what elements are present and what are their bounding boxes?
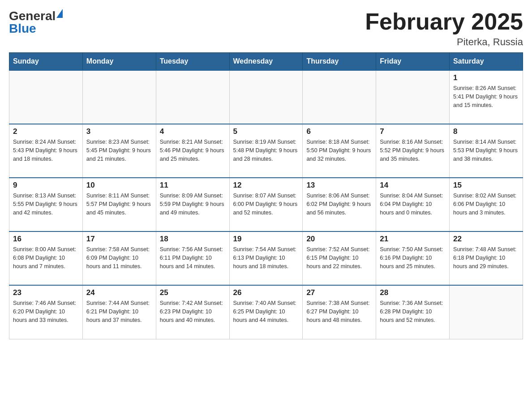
- day-number: 6: [306, 127, 372, 136]
- calendar-week-4: 16Sunrise: 8:00 AM Sunset: 6:08 PM Dayli…: [9, 231, 523, 285]
- calendar-cell: 14Sunrise: 8:04 AM Sunset: 6:04 PM Dayli…: [376, 178, 450, 231]
- day-number: 16: [13, 235, 79, 244]
- month-title: February 2025: [365, 9, 523, 34]
- day-info: Sunrise: 8:19 AM Sunset: 5:48 PM Dayligh…: [233, 138, 299, 163]
- calendar-cell: 15Sunrise: 8:02 AM Sunset: 6:06 PM Dayli…: [450, 178, 523, 231]
- day-number: 12: [233, 181, 299, 190]
- calendar-cell: 23Sunrise: 7:46 AM Sunset: 6:20 PM Dayli…: [9, 285, 83, 339]
- calendar-cell: [156, 70, 229, 124]
- day-number: 4: [160, 127, 226, 136]
- day-info: Sunrise: 8:02 AM Sunset: 6:06 PM Dayligh…: [453, 192, 519, 217]
- day-info: Sunrise: 8:13 AM Sunset: 5:55 PM Dayligh…: [13, 192, 79, 217]
- day-number: 21: [380, 235, 446, 244]
- calendar-cell: 3Sunrise: 8:23 AM Sunset: 5:45 PM Daylig…: [82, 124, 156, 178]
- calendar-cell: 19Sunrise: 7:54 AM Sunset: 6:13 PM Dayli…: [229, 231, 303, 285]
- calendar-cell: [229, 70, 303, 124]
- day-info: Sunrise: 8:00 AM Sunset: 6:08 PM Dayligh…: [13, 245, 79, 270]
- day-info: Sunrise: 8:16 AM Sunset: 5:52 PM Dayligh…: [380, 138, 446, 163]
- day-number: 25: [160, 288, 226, 297]
- calendar-body: 1Sunrise: 8:26 AM Sunset: 5:41 PM Daylig…: [9, 70, 523, 339]
- day-number: 14: [380, 181, 446, 190]
- calendar-cell: 12Sunrise: 8:07 AM Sunset: 6:00 PM Dayli…: [229, 178, 303, 231]
- calendar-header: SundayMondayTuesdayWednesdayThursdayFrid…: [9, 53, 523, 71]
- calendar-cell: [450, 285, 523, 339]
- day-number: 15: [453, 181, 519, 190]
- title-section: February 2025 Piterka, Russia: [365, 9, 523, 48]
- day-info: Sunrise: 7:54 AM Sunset: 6:13 PM Dayligh…: [233, 245, 299, 270]
- page-header: General Blue February 2025 Piterka, Russ…: [9, 9, 523, 48]
- calendar-cell: 27Sunrise: 7:38 AM Sunset: 6:27 PM Dayli…: [303, 285, 376, 339]
- day-info: Sunrise: 8:14 AM Sunset: 5:53 PM Dayligh…: [453, 138, 519, 163]
- calendar-cell: 24Sunrise: 7:44 AM Sunset: 6:21 PM Dayli…: [82, 285, 156, 339]
- calendar-cell: 18Sunrise: 7:56 AM Sunset: 6:11 PM Dayli…: [156, 231, 229, 285]
- day-number: 13: [306, 181, 372, 190]
- day-info: Sunrise: 8:07 AM Sunset: 6:00 PM Dayligh…: [233, 192, 299, 217]
- day-number: 19: [233, 235, 299, 244]
- calendar-cell: [82, 70, 156, 124]
- day-number: 10: [86, 181, 152, 190]
- day-number: 8: [453, 127, 519, 136]
- day-number: 1: [453, 73, 519, 82]
- calendar-cell: 5Sunrise: 8:19 AM Sunset: 5:48 PM Daylig…: [229, 124, 303, 178]
- day-number: 22: [453, 235, 519, 244]
- day-number: 28: [380, 288, 446, 297]
- logo: General Blue: [9, 9, 63, 36]
- calendar-cell: [303, 70, 376, 124]
- day-number: 26: [233, 288, 299, 297]
- day-number: 5: [233, 127, 299, 136]
- day-info: Sunrise: 8:18 AM Sunset: 5:50 PM Dayligh…: [306, 138, 372, 163]
- logo-blue-text: Blue: [9, 21, 36, 36]
- day-info: Sunrise: 7:52 AM Sunset: 6:15 PM Dayligh…: [306, 245, 372, 270]
- calendar-week-1: 1Sunrise: 8:26 AM Sunset: 5:41 PM Daylig…: [9, 70, 523, 124]
- weekday-header-sunday: Sunday: [9, 53, 83, 71]
- calendar-cell: 13Sunrise: 8:06 AM Sunset: 6:02 PM Dayli…: [303, 178, 376, 231]
- day-info: Sunrise: 8:06 AM Sunset: 6:02 PM Dayligh…: [306, 192, 372, 217]
- calendar-week-3: 9Sunrise: 8:13 AM Sunset: 5:55 PM Daylig…: [9, 178, 523, 231]
- day-info: Sunrise: 7:48 AM Sunset: 6:18 PM Dayligh…: [453, 245, 519, 270]
- day-number: 11: [160, 181, 226, 190]
- day-number: 18: [160, 235, 226, 244]
- calendar-cell: 22Sunrise: 7:48 AM Sunset: 6:18 PM Dayli…: [450, 231, 523, 285]
- day-number: 24: [86, 288, 152, 297]
- day-number: 20: [306, 235, 372, 244]
- weekday-header-tuesday: Tuesday: [156, 53, 229, 71]
- calendar-cell: 10Sunrise: 8:11 AM Sunset: 5:57 PM Dayli…: [82, 178, 156, 231]
- day-info: Sunrise: 8:23 AM Sunset: 5:45 PM Dayligh…: [86, 138, 152, 163]
- day-info: Sunrise: 8:21 AM Sunset: 5:46 PM Dayligh…: [160, 138, 226, 163]
- day-info: Sunrise: 8:24 AM Sunset: 5:43 PM Dayligh…: [13, 138, 79, 163]
- calendar-cell: 17Sunrise: 7:58 AM Sunset: 6:09 PM Dayli…: [82, 231, 156, 285]
- day-info: Sunrise: 7:44 AM Sunset: 6:21 PM Dayligh…: [86, 299, 152, 324]
- calendar-cell: 25Sunrise: 7:42 AM Sunset: 6:23 PM Dayli…: [156, 285, 229, 339]
- calendar-cell: 21Sunrise: 7:50 AM Sunset: 6:16 PM Dayli…: [376, 231, 450, 285]
- weekday-header-friday: Friday: [376, 53, 450, 71]
- logo-triangle-icon: [56, 9, 63, 18]
- day-number: 23: [13, 288, 79, 297]
- day-info: Sunrise: 7:56 AM Sunset: 6:11 PM Dayligh…: [160, 245, 226, 270]
- weekday-header-thursday: Thursday: [303, 53, 376, 71]
- calendar-cell: 8Sunrise: 8:14 AM Sunset: 5:53 PM Daylig…: [450, 124, 523, 178]
- calendar-cell: 7Sunrise: 8:16 AM Sunset: 5:52 PM Daylig…: [376, 124, 450, 178]
- calendar-cell: 9Sunrise: 8:13 AM Sunset: 5:55 PM Daylig…: [9, 178, 83, 231]
- day-info: Sunrise: 8:09 AM Sunset: 5:59 PM Dayligh…: [160, 192, 226, 217]
- calendar-cell: [9, 70, 83, 124]
- calendar-cell: 2Sunrise: 8:24 AM Sunset: 5:43 PM Daylig…: [9, 124, 83, 178]
- day-number: 7: [380, 127, 446, 136]
- day-info: Sunrise: 7:46 AM Sunset: 6:20 PM Dayligh…: [13, 299, 79, 324]
- weekday-header-saturday: Saturday: [450, 53, 523, 71]
- weekday-header-row: SundayMondayTuesdayWednesdayThursdayFrid…: [9, 53, 523, 71]
- day-info: Sunrise: 7:58 AM Sunset: 6:09 PM Dayligh…: [86, 245, 152, 270]
- calendar-cell: 6Sunrise: 8:18 AM Sunset: 5:50 PM Daylig…: [303, 124, 376, 178]
- day-info: Sunrise: 7:42 AM Sunset: 6:23 PM Dayligh…: [160, 299, 226, 324]
- day-number: 3: [86, 127, 152, 136]
- calendar-table: SundayMondayTuesdayWednesdayThursdayFrid…: [9, 52, 523, 339]
- day-info: Sunrise: 8:04 AM Sunset: 6:04 PM Dayligh…: [380, 192, 446, 217]
- calendar-cell: 26Sunrise: 7:40 AM Sunset: 6:25 PM Dayli…: [229, 285, 303, 339]
- location-text: Piterka, Russia: [365, 36, 523, 48]
- day-info: Sunrise: 7:38 AM Sunset: 6:27 PM Dayligh…: [306, 299, 372, 324]
- weekday-header-wednesday: Wednesday: [229, 53, 303, 71]
- calendar-cell: [376, 70, 450, 124]
- day-info: Sunrise: 7:36 AM Sunset: 6:28 PM Dayligh…: [380, 299, 446, 324]
- day-number: 27: [306, 288, 372, 297]
- day-number: 2: [13, 127, 79, 136]
- calendar-cell: 11Sunrise: 8:09 AM Sunset: 5:59 PM Dayli…: [156, 178, 229, 231]
